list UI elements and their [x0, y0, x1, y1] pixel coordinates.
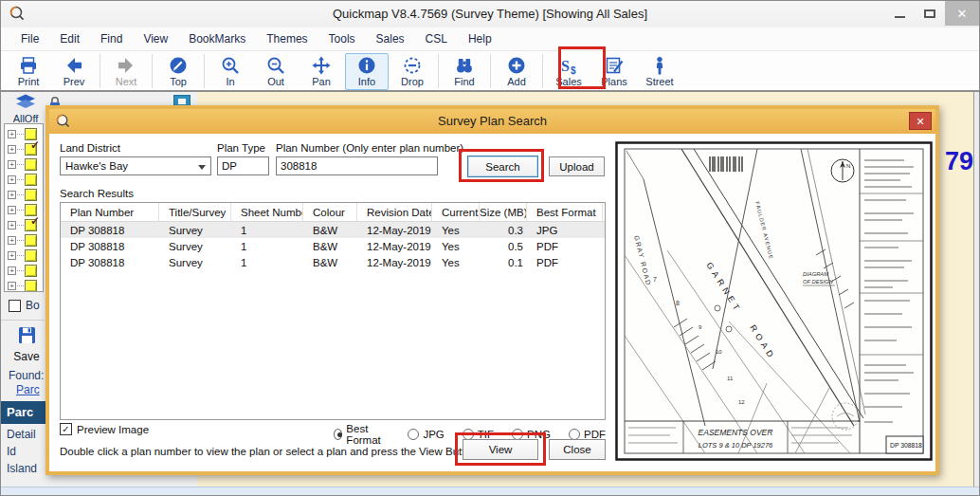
layer-swatch[interactable]: [25, 174, 37, 186]
view-button[interactable]: View: [463, 439, 538, 460]
alloff-button[interactable]: AllOff: [7, 94, 45, 124]
layer-tree-row: +: [8, 172, 43, 187]
table-cell: Survey: [159, 257, 231, 268]
plan-type-input[interactable]: [217, 156, 269, 175]
menu-item-help[interactable]: Help: [458, 28, 502, 49]
menu-item-tools[interactable]: Tools: [318, 28, 366, 49]
toolbar: PrintPrevNextTopInOutPanInfoDropFindAddS…: [1, 51, 979, 92]
tree-connector: [17, 179, 24, 180]
column-header-current[interactable]: Current: [432, 203, 480, 221]
land-district-select[interactable]: Hawke's Bay: [60, 156, 211, 175]
minimize-icon: [895, 16, 905, 18]
table-row[interactable]: DP 308818Survey1B&W12-May-2019Yes0.5PDF: [61, 238, 605, 254]
bo-checkbox[interactable]: Bo: [9, 299, 40, 312]
tree-expander-icon[interactable]: +: [8, 160, 16, 169]
toolbar-button-top[interactable]: Top: [156, 53, 200, 90]
layer-swatch[interactable]: [25, 280, 37, 292]
close-button[interactable]: ✕: [945, 1, 979, 26]
toolbar-button-sales[interactable]: S$Sales: [547, 53, 590, 90]
tree-expander-icon[interactable]: +: [8, 282, 16, 290]
table-cell: Yes: [432, 257, 480, 268]
plan-type-label: Plan Type: [217, 142, 265, 154]
layer-tree-row: +✓: [8, 141, 43, 156]
column-header-plan-number[interactable]: Plan Number: [61, 203, 159, 221]
results-table: Plan NumberTitle/SurveySheet NumberColou…: [60, 202, 606, 420]
found-label: Found:: [9, 369, 44, 382]
toolbar-button-street[interactable]: Street: [638, 53, 681, 90]
format-radio-best-format[interactable]: Best Format: [334, 423, 390, 446]
column-header-title-survey[interactable]: Title/Survey: [159, 203, 231, 221]
layer-swatch[interactable]: [25, 265, 37, 277]
menu-item-themes[interactable]: Themes: [256, 28, 318, 49]
menu-item-view[interactable]: View: [133, 28, 178, 49]
column-header-best-format[interactable]: Best Format: [527, 203, 603, 221]
table-row[interactable]: DP 308818Survey1B&W12-May-2019Yes0.1PDF: [61, 254, 605, 270]
dialog-titlebar[interactable]: Survey Plan Search ✕: [49, 109, 935, 134]
menu-item-bookmarks[interactable]: BookMarks: [178, 28, 256, 49]
maximize-button[interactable]: [915, 1, 945, 26]
column-header-revision-date[interactable]: Revision Date: [357, 203, 432, 221]
tree-expander-icon[interactable]: +: [8, 145, 16, 154]
parcel-link[interactable]: Parc: [16, 383, 40, 396]
table-row[interactable]: DP 308818Survey1B&W12-May-2019Yes0.3JPG: [61, 222, 605, 238]
toolbar-label: Street: [645, 76, 673, 88]
layer-tree-row: +: [8, 156, 43, 172]
dialog-close-button[interactable]: ✕: [909, 112, 932, 130]
toolbar-button-find[interactable]: Find: [443, 53, 486, 90]
chevron-down-icon: [198, 165, 206, 170]
tree-expander-icon[interactable]: +: [8, 191, 16, 199]
layer-tree: ++✓+++++✓++++: [4, 123, 44, 292]
preview-image-checkbox[interactable]: ✓ Preview Image: [60, 423, 149, 435]
save-button[interactable]: Save: [12, 325, 41, 363]
toolbar-button-prev[interactable]: Prev: [52, 53, 96, 90]
radio-icon: [408, 429, 419, 440]
svg-text:$: $: [571, 65, 576, 76]
tree-expander-icon[interactable]: +: [8, 221, 16, 230]
column-header-sheet-number[interactable]: Sheet Number: [231, 203, 303, 221]
menu-item-sales[interactable]: Sales: [366, 28, 415, 49]
menu-item-csl[interactable]: CSL: [415, 28, 458, 49]
tree-expander-icon[interactable]: +: [8, 175, 16, 184]
close-dialog-button[interactable]: Close: [549, 439, 606, 460]
radio-icon: [334, 429, 342, 440]
upload-button[interactable]: Upload: [549, 156, 605, 176]
info-icon: [356, 55, 377, 76]
layer-swatch[interactable]: [25, 234, 37, 247]
toolbar-button-print[interactable]: Print: [7, 53, 50, 90]
toolbar-button-add[interactable]: Add: [495, 53, 538, 90]
toolbar-button-pan[interactable]: Pan: [299, 53, 343, 90]
layer-tree-row: +: [8, 263, 43, 278]
svg-text:11: 11: [727, 376, 734, 381]
table-cell: 0.5: [480, 241, 527, 252]
layer-swatch[interactable]: [25, 158, 37, 171]
tree-expander-icon[interactable]: +: [8, 130, 16, 138]
layer-swatch[interactable]: [25, 249, 37, 262]
layers-icon: [14, 94, 37, 109]
tree-expander-icon[interactable]: +: [8, 236, 16, 245]
toolbar-button-info[interactable]: Info: [345, 53, 389, 90]
tree-expander-icon[interactable]: +: [8, 206, 16, 214]
menu-item-edit[interactable]: Edit: [49, 28, 90, 49]
vertical-scrollbar[interactable]: [973, 92, 979, 487]
toolbar-button-drop[interactable]: Drop: [390, 53, 434, 90]
format-radio-jpg[interactable]: JPG: [408, 423, 444, 446]
column-header-size-mb-[interactable]: Size (MB): [480, 203, 527, 221]
layer-tree-row: +: [8, 278, 43, 292]
menu-item-find[interactable]: Find: [90, 28, 133, 49]
radio-label: Best Format: [346, 423, 390, 446]
column-header-colour[interactable]: Colour: [303, 203, 357, 221]
toolbar-separator: [490, 54, 491, 88]
layer-swatch[interactable]: [25, 189, 37, 201]
toolbar-button-in[interactable]: In: [209, 53, 252, 90]
search-button[interactable]: Search: [467, 156, 538, 177]
toolbar-button-out[interactable]: Out: [254, 53, 298, 90]
map-parcel-label: 79: [945, 147, 973, 176]
toolbar-label: Top: [170, 76, 187, 88]
menu-item-file[interactable]: File: [10, 28, 49, 49]
toolbar-label: Info: [358, 76, 375, 88]
plan-number-input[interactable]: [276, 156, 438, 175]
minimize-button[interactable]: [884, 1, 915, 26]
tree-expander-icon[interactable]: +: [8, 251, 16, 260]
tree-expander-icon[interactable]: +: [8, 266, 16, 275]
toolbar-button-plans[interactable]: Plans: [592, 53, 636, 90]
